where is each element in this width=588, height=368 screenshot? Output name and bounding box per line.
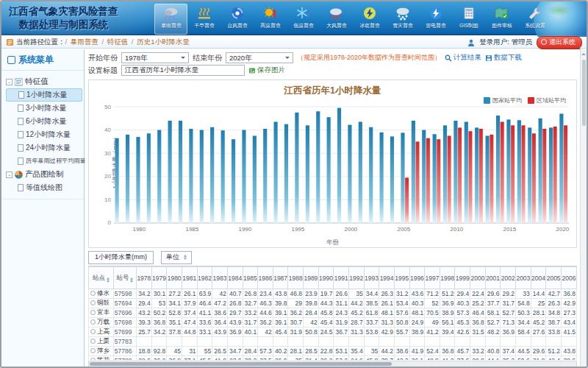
sidebar-item-3小时降水量[interactable]: 3小时降水量 (6, 102, 82, 115)
sidebar-item-6小时降水量[interactable]: 6小时降水量 (6, 115, 82, 128)
value-cell (258, 337, 273, 347)
col-header-year[interactable]: 1984 (227, 267, 243, 289)
col-header-year[interactable]: 1985 (243, 267, 258, 289)
col-header-year[interactable]: 1995 (394, 267, 409, 289)
col-header-year[interactable]: 2004 (531, 267, 546, 289)
breadcrumb-item[interactable]: 特征值 (107, 38, 129, 46)
nav-item-map-review[interactable]: 图件审核 (485, 4, 518, 35)
col-header-year[interactable]: 1978 (137, 267, 152, 289)
svg-text:20: 20 (104, 173, 111, 180)
nav-item-gis[interactable]: GIS制图 (452, 4, 485, 35)
row-radio[interactable] (90, 319, 96, 325)
breadcrumb-item[interactable]: 历史1小时降水量 (137, 38, 190, 46)
col-header-year[interactable]: 1990 (318, 267, 334, 289)
col-header-year[interactable]: 1983 (212, 267, 228, 289)
sidebar-group-1[interactable]: -产品图绘制 (6, 168, 82, 181)
col-header-year[interactable]: 2001 (485, 267, 501, 289)
horizontal-scrollbar[interactable] (88, 361, 577, 367)
col-header-year[interactable]: 1991 (334, 267, 349, 289)
table-row[interactable]: 上栗57783 (89, 337, 577, 347)
col-header-year[interactable]: 2002 (501, 267, 516, 289)
end-year-select[interactable]: 2020年 (226, 52, 293, 63)
sidebar-item-等值线绘图[interactable]: 等值线绘图 (6, 181, 82, 194)
hscroll-thumb[interactable] (90, 362, 392, 366)
col-header-year[interactable]: 1980 (167, 267, 182, 289)
tree-collapse-icon[interactable]: - (6, 171, 12, 178)
value-cell: 31 (182, 347, 197, 356)
sidebar-item-1小时降水量[interactable]: 1小时降水量 (6, 88, 82, 102)
scroll-up-arrow-icon[interactable] (581, 51, 586, 55)
value-cell (455, 337, 470, 347)
vscroll-thumb[interactable] (582, 60, 586, 126)
nav-item-rainstorm[interactable]: 暴雨普查 (154, 4, 187, 35)
col-header-station[interactable]: 站点 (89, 267, 114, 289)
table-row[interactable]: 上高5769925.734.237.844.833.143.936.940.14… (89, 328, 577, 337)
row-radio[interactable] (90, 329, 96, 334)
col-header-station-id[interactable]: 站号 (113, 267, 136, 289)
col-header-year[interactable]: 1979 (151, 267, 167, 289)
sidebar-item-24小时降水量[interactable]: 24小时降水量 (6, 141, 82, 155)
col-header-year[interactable]: 1981 (182, 267, 197, 289)
breadcrumb-item[interactable]: 暴雨普查 (71, 38, 98, 46)
calc-result-link[interactable]: 计算结果 (445, 53, 481, 63)
sidebar-item-历年暴雨过程平均雨量[interactable]: 历年暴雨过程平均雨量 (6, 155, 82, 168)
chart-title-input[interactable] (121, 65, 245, 76)
range-note: （规定采用1978-2020年数据作为普查时间范围） (297, 53, 441, 63)
col-header-year[interactable]: 2003 (516, 267, 531, 289)
value-cell: 33.5 (258, 356, 273, 361)
value-cell: 52.7 (501, 308, 516, 318)
table-row[interactable]: 萍乡5778618.892.845315526.534.728.457.340.… (89, 347, 577, 356)
table-row[interactable]: 宜丰5769643.250.252.837.441.138.629.733.24… (89, 308, 577, 318)
tree-collapse-icon[interactable]: - (6, 79, 12, 85)
col-header-year[interactable]: 1992 (349, 267, 365, 289)
unit-filter-dropdown[interactable]: 单位 (161, 251, 192, 264)
table-row[interactable]: 铜鼓5769429.45334.137.946.447.226.832.746.… (89, 299, 577, 308)
row-radio[interactable] (90, 348, 96, 353)
logged-in-user: 登录用户: 管理员 (479, 38, 532, 47)
col-header-year[interactable]: 1993 (364, 267, 379, 289)
nav-item-high-temp[interactable]: 高温普查 (254, 4, 287, 35)
save-image-link[interactable]: 保存图片 (248, 66, 285, 75)
table-row[interactable]: 万载5769839.336.835.147.433.636.443.931.73… (89, 318, 577, 328)
nav-item-typhoon[interactable]: 台风普查 (220, 4, 254, 35)
col-header-year[interactable]: 1999 (455, 267, 470, 289)
sidebar-group-0[interactable]: -特征值 (6, 75, 82, 88)
col-header-year[interactable]: 2000 (470, 267, 486, 289)
row-radio[interactable] (90, 339, 96, 344)
data-download-link[interactable]: 数据下载 (485, 53, 522, 63)
row-radio[interactable] (90, 291, 96, 296)
col-header-year[interactable]: 1988 (288, 267, 304, 289)
nav-item-settings[interactable]: 系统设置 (518, 4, 551, 35)
row-radio[interactable] (90, 300, 96, 305)
col-header-year[interactable]: 2005 (546, 267, 562, 289)
table-row[interactable]: 修水5759834.230.127.226.163.94240.726.823.… (89, 289, 577, 299)
col-header-year[interactable]: 1986 (258, 267, 273, 289)
nav-item-gale[interactable]: 大风普查 (320, 4, 353, 35)
col-header-year[interactable]: 1997 (425, 267, 440, 289)
value-cell (470, 337, 486, 347)
nav-item-drought[interactable]: 干旱普查 (187, 4, 220, 35)
col-header-year[interactable]: 1987 (273, 267, 288, 289)
col-header-year[interactable]: 1996 (409, 267, 425, 289)
value-cell: 45.8 (364, 356, 379, 361)
col-header-year[interactable]: 1982 (197, 267, 212, 289)
row-radio[interactable] (90, 310, 96, 315)
vertical-scrollbar[interactable] (580, 49, 587, 367)
nav-item-lightning[interactable]: 雷电普查 (419, 4, 452, 35)
list-icon (15, 78, 23, 86)
col-header-year[interactable]: 1998 (440, 267, 455, 289)
value-cell: 53 (151, 299, 167, 308)
start-year-select[interactable]: 1978年 (121, 52, 189, 63)
nav-item-snow[interactable]: 雪灾普查 (386, 4, 419, 35)
value-cell: 26.9 (273, 356, 288, 361)
sidebar-item-12小时降水量[interactable]: 12小时降水量 (6, 128, 82, 141)
col-header-year[interactable]: 2006 (561, 267, 576, 289)
row-radio[interactable] (90, 358, 96, 360)
logout-button[interactable]: 退出系统 (537, 36, 582, 49)
col-header-year[interactable]: 1989 (304, 267, 319, 289)
station-table-scroll[interactable]: 站点站号197819791980198119821983198419851986… (88, 266, 577, 360)
nav-item-low-temp[interactable]: 低温普查 (287, 4, 320, 35)
nav-item-hail[interactable]: 冰雹普查 (353, 4, 386, 35)
col-header-year[interactable]: 1994 (379, 267, 395, 289)
table-row[interactable]: 莲花5778922.636.236.937.145.541.923.630.23… (89, 356, 577, 361)
